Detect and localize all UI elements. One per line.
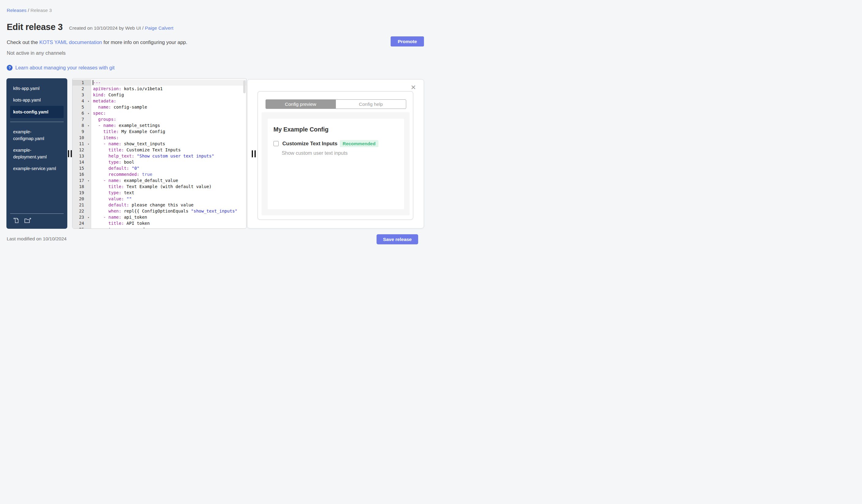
- add-file-icon[interactable]: [13, 217, 19, 225]
- line-number: 22: [73, 208, 91, 214]
- line-number: 19: [73, 190, 91, 196]
- editor-scrollbar-thumb[interactable]: [243, 80, 246, 93]
- fold-toggle-icon[interactable]: ▾: [88, 178, 89, 184]
- editor-line[interactable]: 8▾ - name: example_settings: [73, 122, 246, 129]
- release-editor-page: Releases / Release 3 Edit release 3 Crea…: [0, 0, 431, 252]
- sidebar-file-item[interactable]: k8s-app.yaml: [10, 82, 64, 94]
- sidebar-file-item[interactable]: example-deployment.yaml: [10, 144, 64, 163]
- editor-line[interactable]: 11▾ - name: show_text_inputs: [73, 141, 246, 147]
- yaml-editor[interactable]: 1---2apiVersion: kots.io/v1beta13kind: C…: [72, 78, 247, 229]
- editor-line[interactable]: 20 value: "": [73, 196, 246, 202]
- editor-line[interactable]: 24 title: API token: [73, 220, 246, 226]
- editor-line[interactable]: 23▾ - name: api_token: [73, 214, 246, 220]
- customize-text-inputs-checkbox[interactable]: [273, 141, 279, 146]
- sidebar-resize-handle[interactable]: [68, 150, 72, 157]
- editor-line[interactable]: 14 type: bool: [73, 159, 246, 165]
- line-number: 9: [73, 129, 91, 135]
- file-sidebar: k8s-app.yamlkots-app.yamlkots-config.yam…: [6, 78, 67, 229]
- line-number: 1: [73, 80, 91, 85]
- config-group-title: My Example Config: [273, 126, 404, 133]
- preview-tabs: Config preview Config help: [265, 100, 406, 109]
- line-number: 20: [73, 196, 91, 202]
- breadcrumb-releases-link[interactable]: Releases: [7, 8, 27, 13]
- fold-toggle-icon[interactable]: ▾: [88, 98, 89, 104]
- line-number: 13: [73, 153, 91, 159]
- sidebar-footer-divider: [10, 213, 64, 214]
- created-by-link[interactable]: Paige Calvert: [145, 25, 173, 30]
- editor-line[interactable]: 17▾ - name: example_default_value: [73, 177, 246, 184]
- line-number: 6▾: [73, 110, 91, 116]
- save-release-button[interactable]: Save release: [377, 234, 418, 244]
- page-title: Edit release 3: [7, 22, 63, 32]
- fold-toggle-icon[interactable]: ▾: [88, 141, 89, 147]
- editor-line[interactable]: 16 recommended: true: [73, 171, 246, 177]
- breadcrumb-current: Release 3: [30, 8, 52, 13]
- editor-line[interactable]: 1---: [73, 80, 246, 85]
- line-number: 23▾: [73, 214, 91, 220]
- tab-config-preview[interactable]: Config preview: [265, 100, 336, 109]
- fold-toggle-icon[interactable]: ▾: [88, 123, 89, 129]
- question-mark-icon: ?: [7, 65, 13, 71]
- line-number: 10: [73, 135, 91, 141]
- editor-line[interactable]: 2apiVersion: kots.io/v1beta1: [73, 85, 246, 92]
- editor-line[interactable]: 22 when: repl{{ ConfigOptionEquals "show…: [73, 208, 246, 214]
- promote-button[interactable]: Promote: [391, 36, 424, 47]
- editor-line[interactable]: 4▾metadata:: [73, 98, 246, 104]
- code-area: 1---2apiVersion: kots.io/v1beta13kind: C…: [73, 80, 246, 229]
- channel-status: Not active in any channels: [7, 50, 66, 56]
- line-number: 25: [73, 226, 91, 229]
- created-info: Created on 10/10/2024 by Web UI / Paige …: [69, 24, 173, 31]
- file-group-kots: k8s-app.yamlkots-app.yamlkots-config.yam…: [6, 78, 67, 118]
- sidebar-file-item[interactable]: example-service.yaml: [10, 163, 64, 174]
- config-card: My Example Config Customize Text Inputs …: [267, 119, 404, 209]
- git-help-row[interactable]: ? Learn about managing your releases wit…: [7, 65, 115, 71]
- add-folder-icon[interactable]: [24, 217, 31, 225]
- line-number: 2: [73, 85, 91, 92]
- editor-line[interactable]: 19 type: text: [73, 190, 246, 196]
- preview-card: Config preview Config help My Example Co…: [258, 91, 413, 220]
- line-number: 15: [73, 165, 91, 171]
- editor-line[interactable]: 9 title: My Example Config: [73, 129, 246, 135]
- line-number: 8▾: [73, 122, 91, 129]
- line-number: 24: [73, 220, 91, 226]
- text-cursor: [93, 80, 93, 85]
- config-item-label: Customize Text Inputs: [282, 141, 337, 147]
- sidebar-divider: [10, 122, 64, 122]
- editor-line[interactable]: 10 items:: [73, 135, 246, 141]
- recommended-badge: Recommended: [340, 140, 378, 147]
- file-group-examples: example-configmap.yamlexample-deployment…: [6, 122, 67, 174]
- line-number: 18: [73, 184, 91, 190]
- git-help-link[interactable]: Learn about managing your releases with …: [15, 65, 115, 71]
- breadcrumb: Releases / Release 3: [7, 8, 52, 13]
- sidebar-file-item[interactable]: kots-app.yaml: [10, 94, 64, 106]
- main-row: k8s-app.yamlkots-app.yamlkots-config.yam…: [6, 78, 424, 229]
- editor-line[interactable]: 7 groups:: [73, 116, 246, 122]
- editor-line[interactable]: 5 name: config-sample: [73, 104, 246, 110]
- preview-area: My Example Config Customize Text Inputs …: [262, 112, 409, 215]
- config-preview-panel: ✕ Config preview Config help My Example …: [247, 79, 424, 228]
- last-modified: Last modified on 10/10/2024: [7, 236, 67, 242]
- close-icon[interactable]: ✕: [409, 84, 418, 91]
- editor-line[interactable]: 21 default: please change this value: [73, 202, 246, 208]
- editor-line[interactable]: 15 default: "0": [73, 165, 246, 171]
- sidebar-file-item[interactable]: example-configmap.yaml: [10, 126, 64, 144]
- sidebar-file-item[interactable]: kots-config.yaml: [10, 106, 64, 118]
- editor-line[interactable]: 3kind: Config: [73, 92, 246, 98]
- line-number: 12: [73, 147, 91, 153]
- docs-hint: Check out the KOTS YAML documentation fo…: [7, 39, 187, 45]
- fold-toggle-icon[interactable]: ▾: [88, 214, 89, 221]
- editor-line[interactable]: 6▾spec:: [73, 110, 246, 116]
- line-number: 7: [73, 116, 91, 122]
- editor-resize-handle[interactable]: [252, 150, 256, 158]
- config-item-help: Show custom user text inputs: [282, 150, 404, 156]
- editor-line[interactable]: 18 title: Text Example (with default val…: [73, 184, 246, 190]
- editor-line[interactable]: 13 help_text: "Show custom user text inp…: [73, 153, 246, 159]
- kots-docs-link[interactable]: KOTS YAML documentation: [39, 39, 102, 45]
- sidebar-footer: [6, 213, 67, 229]
- line-number: 17▾: [73, 177, 91, 184]
- fold-toggle-icon[interactable]: ▾: [88, 110, 89, 117]
- line-number: 11▾: [73, 141, 91, 147]
- tab-config-help[interactable]: Config help: [336, 100, 406, 109]
- editor-line[interactable]: 25 type: password: [73, 226, 246, 229]
- editor-line[interactable]: 12 title: Customize Text Inputs: [73, 147, 246, 153]
